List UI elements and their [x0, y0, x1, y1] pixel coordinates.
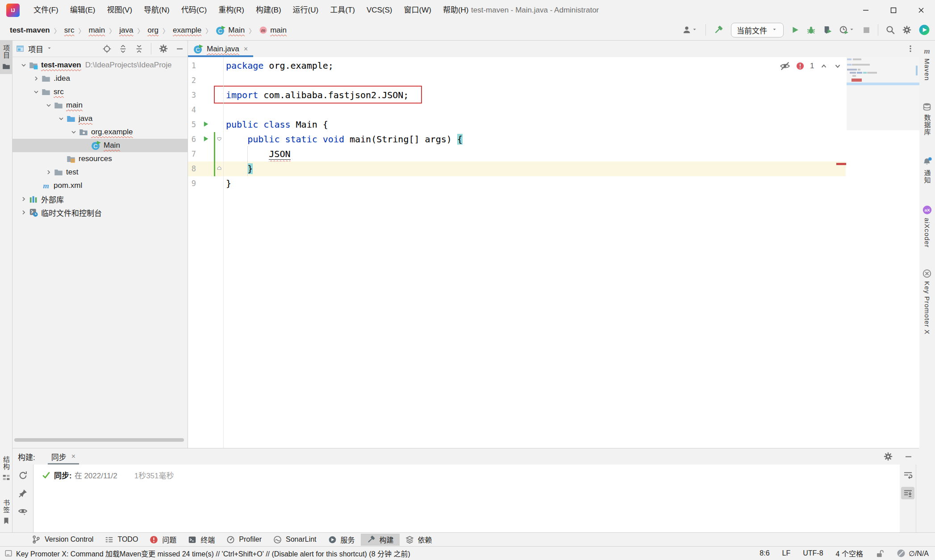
build-sync-row[interactable]: 同步: 在 2022/11/2 1秒351毫秒: [42, 469, 174, 481]
tree-item-Main[interactable]: CMain: [13, 139, 188, 152]
pin-button[interactable]: [18, 489, 28, 498]
chevron-right-icon[interactable]: [19, 194, 29, 204]
project-view-select[interactable]: 项目: [16, 43, 53, 54]
tool-stripe-项目[interactable]: 项目: [0, 41, 12, 74]
toolwindow-button-Version Control[interactable]: Version Control: [26, 534, 99, 546]
editor-minimap[interactable]: [847, 57, 919, 130]
editor-scrollbar[interactable]: [916, 66, 918, 75]
maximize-button[interactable]: [880, 0, 907, 20]
chevron-down-icon[interactable]: [31, 87, 41, 97]
tab-options-icon[interactable]: [906, 44, 915, 53]
chevron-down-icon[interactable]: [56, 114, 66, 124]
toolwindow-button-依赖[interactable]: 依赖: [400, 534, 438, 546]
close-tab-icon[interactable]: ×: [244, 45, 248, 53]
collapse-all-button[interactable]: [135, 45, 143, 53]
breadcrumb-item-example[interactable]: example: [173, 26, 201, 35]
chevron-right-icon[interactable]: [44, 167, 54, 177]
scroll-to-end-button[interactable]: [901, 487, 914, 499]
file-encoding[interactable]: UTF-8: [803, 549, 823, 557]
line-number[interactable]: 8: [188, 162, 196, 176]
tree-item-.idea[interactable]: .idea: [13, 72, 188, 85]
build-tab-sync[interactable]: 同步 ×: [50, 448, 77, 465]
toolwindow-button-问题[interactable]: 问题: [144, 534, 182, 546]
stop-button[interactable]: [863, 26, 870, 34]
line-number[interactable]: 3: [188, 88, 196, 103]
line-separator[interactable]: LF: [782, 549, 791, 557]
indent-setting[interactable]: 4 个空格: [836, 548, 863, 559]
tree-item-pom.xml[interactable]: mpom.xml: [13, 179, 188, 192]
breadcrumb-item-test-maven[interactable]: test-maven: [10, 26, 50, 35]
tree-item-src[interactable]: src: [13, 85, 188, 99]
menu-item-帮助H[interactable]: 帮助(H): [437, 0, 475, 20]
tool-stripe-数据库[interactable]: 数据库: [919, 98, 935, 140]
run-configuration-select[interactable]: 当前文件: [731, 23, 784, 37]
code-editor[interactable]: 1package org.example;23import com.alibab…: [188, 57, 919, 448]
menu-item-代码C[interactable]: 代码(C): [175, 0, 213, 20]
line-number[interactable]: 4: [188, 103, 196, 117]
debug-button[interactable]: [807, 26, 815, 34]
run-gutter-icon[interactable]: [203, 136, 209, 142]
run-button[interactable]: [791, 26, 799, 34]
profiler-button[interactable]: [839, 25, 855, 34]
inspection-widget[interactable]: 1: [780, 61, 842, 71]
toolwindow-button-构建[interactable]: 构建: [361, 534, 400, 546]
hide-panel-button[interactable]: [175, 45, 184, 53]
tool-stripe-结构[interactable]: 结构: [0, 452, 12, 485]
tree-item-test-maven[interactable]: test-mavenD:\IdeaProjects\IdeaProje: [13, 58, 188, 72]
breadcrumb-item-Main[interactable]: CMain: [216, 25, 245, 35]
chevron-down-icon[interactable]: [44, 100, 54, 110]
toolwindow-button-服务[interactable]: 服务: [322, 534, 361, 546]
toolwindow-button-TODO[interactable]: TODO: [99, 534, 144, 546]
line-number[interactable]: 9: [188, 176, 196, 191]
tree-item-java[interactable]: java: [13, 112, 188, 125]
menu-item-运行U[interactable]: 运行(U): [287, 0, 325, 20]
build-settings-button[interactable]: [884, 452, 893, 461]
tree-item-main[interactable]: main: [13, 99, 188, 112]
highlighting-off-icon[interactable]: [780, 61, 790, 71]
menu-item-编辑E[interactable]: 编辑(E): [64, 0, 101, 20]
tree-item-test[interactable]: test: [13, 166, 188, 179]
tool-stripe-通知[interactable]: 通知: [919, 153, 935, 188]
breadcrumb-item-main[interactable]: mmain: [259, 26, 287, 35]
tree-item-org.example[interactable]: org.example: [13, 125, 188, 139]
tool-stripe-aiXcoder[interactable]: aXaiXcoder: [919, 201, 935, 252]
ai-assistant-button[interactable]: [919, 25, 930, 35]
close-tab-icon[interactable]: ×: [71, 452, 75, 460]
prev-error-button[interactable]: [820, 62, 828, 70]
menu-item-导航N[interactable]: 导航(N): [138, 0, 175, 20]
line-number[interactable]: 6: [188, 132, 196, 147]
readonly-toggle[interactable]: [876, 549, 884, 558]
panel-settings-button[interactable]: [159, 44, 168, 53]
line-number[interactable]: 5: [188, 117, 196, 132]
caret-position[interactable]: 8:6: [760, 549, 769, 557]
status-message[interactable]: Key Promoter X: Command 加载Maven变更 missed…: [16, 548, 410, 559]
menu-item-工具T[interactable]: 工具(T): [324, 0, 361, 20]
breadcrumb-item-main[interactable]: main: [88, 26, 105, 35]
close-button[interactable]: [907, 0, 935, 20]
coverage-button[interactable]: [823, 25, 832, 34]
highlighting-level[interactable]: ∅/N/A: [897, 549, 929, 558]
editor-tab-main-java[interactable]: C Main.java ×: [188, 41, 253, 57]
menu-item-构建B[interactable]: 构建(B): [250, 0, 287, 20]
profile-button[interactable]: [682, 25, 698, 34]
minimize-button[interactable]: [852, 0, 880, 20]
menu-item-窗口W[interactable]: 窗口(W): [398, 0, 437, 20]
toolwindow-button-Profiler[interactable]: Profiler: [221, 534, 267, 546]
menu-item-重构R[interactable]: 重构(R): [213, 0, 250, 20]
menu-item-文件F[interactable]: 文件(F): [28, 0, 64, 20]
refresh-button[interactable]: [18, 471, 28, 480]
line-number[interactable]: 2: [188, 73, 196, 88]
build-project-button[interactable]: [714, 25, 723, 35]
next-error-button[interactable]: [834, 62, 842, 70]
settings-button[interactable]: [902, 25, 911, 34]
tree-item-外部库[interactable]: 外部库: [13, 192, 188, 206]
menu-item-VCSS[interactable]: VCS(S): [361, 0, 398, 20]
toolwindow-button-终端[interactable]: 终端: [182, 534, 221, 546]
tool-stripe-书签[interactable]: 书签: [0, 495, 12, 529]
run-gutter-icon[interactable]: [203, 121, 209, 128]
expand-all-button[interactable]: [119, 45, 127, 53]
locate-file-button[interactable]: [103, 45, 111, 53]
tree-item-临时文件和控制台[interactable]: 临时文件和控制台: [13, 206, 188, 219]
menu-item-视图V[interactable]: 视图(V): [101, 0, 138, 20]
chevron-right-icon[interactable]: [19, 207, 29, 217]
